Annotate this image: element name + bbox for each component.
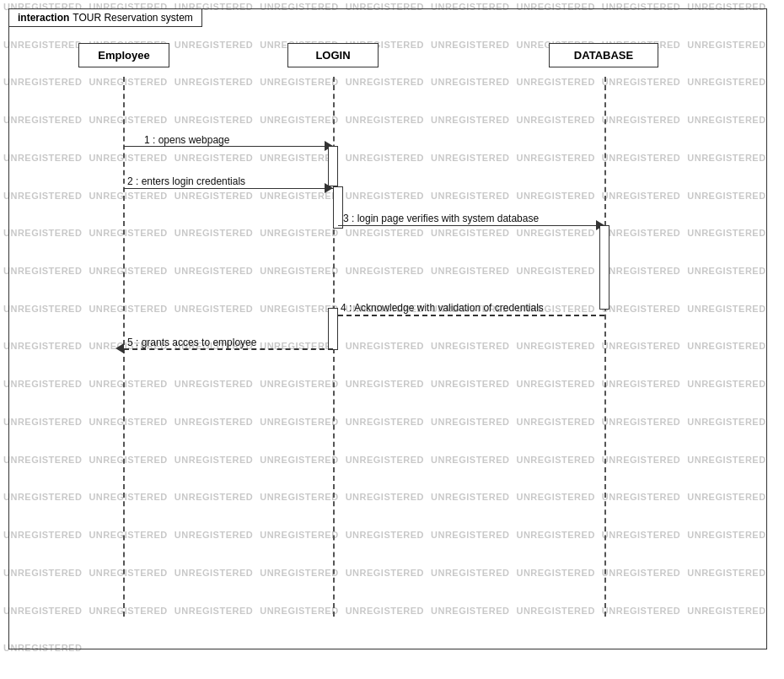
lifeline-box-employee: Employee	[78, 43, 169, 67]
activation-login-2	[333, 186, 343, 229]
arrow-label-m2: 2 : enters login credentials	[127, 175, 245, 187]
activation-database	[599, 225, 609, 310]
arrow-label-m4: 4 : Acknowledge with validation of crede…	[341, 302, 544, 314]
lifeline-box-login: LOGIN	[287, 43, 379, 67]
diagram-container: interaction TOUR Reservation system Empl…	[8, 8, 767, 649]
arrow-m3	[338, 225, 604, 226]
arrow-m4	[338, 315, 604, 316]
activation-login-1	[328, 146, 338, 186]
diagram-title: interaction TOUR Reservation system	[8, 8, 202, 27]
lifeline-box-database: DATABASE	[549, 43, 658, 67]
arrowhead-m5	[115, 343, 124, 353]
arrow-m2	[124, 188, 333, 189]
arrow-label-m1: 1 : opens webpage	[144, 134, 229, 146]
arrowhead-m2	[325, 183, 333, 193]
diagram-name: TOUR Reservation system	[72, 12, 192, 24]
activation-login-3	[328, 308, 338, 350]
arrow-m1	[124, 146, 333, 147]
lifeline-label-database: DATABASE	[574, 49, 633, 62]
arrow-label-m3: 3 : login page verifies with system data…	[343, 213, 539, 224]
lifeline-label-employee: Employee	[98, 49, 149, 62]
diagram-keyword: interaction	[18, 12, 69, 24]
arrow-m5	[124, 348, 333, 350]
lifeline-database	[604, 77, 606, 617]
lifeline-label-login: LOGIN	[315, 49, 350, 62]
arrow-label-m5: 5 : grants acces to employee	[127, 337, 256, 348]
